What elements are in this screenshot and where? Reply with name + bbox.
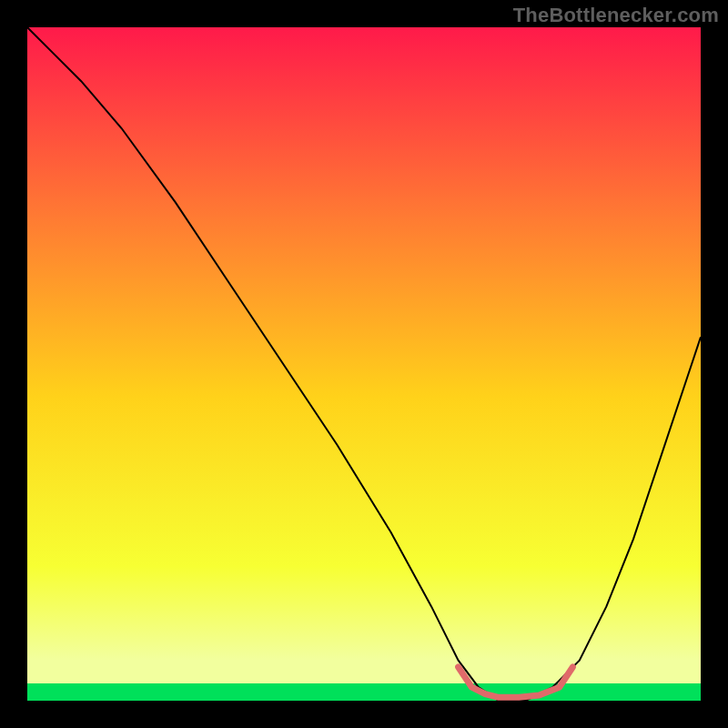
gradient-background (27, 27, 701, 701)
chart-container: TheBottlenecker.com (0, 0, 728, 728)
chart-svg (27, 27, 701, 701)
watermark-text: TheBottlenecker.com (513, 4, 719, 27)
plot-area (27, 27, 701, 701)
